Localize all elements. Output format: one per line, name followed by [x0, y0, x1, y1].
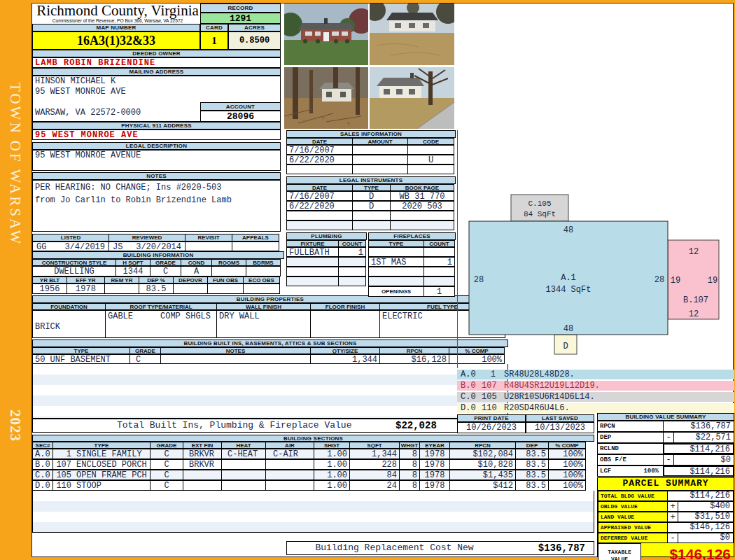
reviewed-value: JS3/20/2014	[108, 241, 186, 251]
sec-id: A.0	[32, 449, 53, 459]
taxable-label: TAXABLE VALUE	[598, 543, 641, 560]
sec-rpcn: $102,084	[449, 449, 516, 459]
legal-description-label: LEGAL DESCRIPTION	[32, 142, 281, 150]
reviewed-by: JS	[113, 242, 122, 251]
acres-label: ACRES	[228, 24, 281, 31]
sec-comp: 100%	[548, 459, 586, 470]
sec-eyear: 1978	[419, 480, 450, 491]
sections-empty-rows	[32, 491, 594, 533]
sketch-b-bottom-dim: 12	[689, 309, 699, 319]
legal-description-value: 95 WEST MONROE AVENUE	[32, 150, 281, 171]
sale-amount	[352, 164, 408, 174]
sec-eyear: 1978	[419, 470, 450, 480]
openings-row: OPENINGS 1	[368, 286, 456, 297]
sale-code: U	[407, 155, 454, 164]
vector-path: R20SD4R6U4L6.	[504, 403, 734, 413]
fixture-count: 1	[338, 247, 366, 257]
instruments-title: LEGAL INSTRUMENTS	[286, 176, 456, 184]
vs-pct: 100%	[643, 466, 659, 476]
sec-grade: C	[150, 480, 183, 491]
account-value: 28096	[200, 111, 281, 122]
instr-date: 6/22/2020	[286, 201, 353, 211]
sec-id: B.0	[32, 459, 53, 470]
sec-eyear: 1978	[419, 459, 450, 470]
appeals-label: APPEALS	[232, 234, 279, 241]
section-row: C.0 105OPEN FRAME PCH C 1.00 84 8 1978 $…	[32, 470, 594, 480]
sec-code: 107	[53, 460, 71, 469]
parcel-value: $400	[678, 502, 733, 511]
sale-date: 6/22/2020	[286, 155, 353, 164]
taxable-value: $146,126	[640, 543, 734, 560]
instr-date: 7/16/2007	[286, 191, 353, 201]
construction-style-value: DWELLING	[32, 266, 116, 276]
record-card-body: Richmond County, Virginia Commissioner o…	[31, 3, 734, 557]
col-sec: SEC#	[32, 442, 53, 449]
sale-amount	[352, 155, 408, 164]
instr-type	[352, 211, 391, 220]
parcel-row-obldg: OBLDG VALUE +$400	[598, 501, 734, 512]
photo-wooded-side-image	[284, 67, 368, 129]
sec-eyear: 1978	[419, 449, 450, 459]
sales-header: DATE AMOUNT CODE	[286, 138, 456, 145]
col-comp: % COMP	[548, 442, 586, 449]
sale-date: 7/16/2007	[286, 145, 353, 155]
yrblt-value: 1956	[32, 284, 67, 294]
vs-value: $0	[674, 455, 734, 465]
col-bi-type: TYPE	[32, 347, 130, 354]
roof-material: COMP SHGLS	[160, 312, 211, 337]
physical-address-value: 95 WEST MONROE AVE	[32, 130, 281, 140]
sketch-panel: C.105 84 SqFt 48 A.1 1344 SqFt 28 28 48 …	[457, 130, 734, 368]
bi-type-value: 50 UNF BASEMENT	[32, 354, 130, 364]
photo-front-elevation-image	[284, 4, 368, 65]
sec-shgt: 1.00	[314, 470, 350, 480]
fixture-count	[338, 276, 366, 286]
vector-row-c: C.0 105 U28R10SU6R14D6L14.	[457, 392, 734, 402]
deeded-owner-value: LAMB ROBIN BRIZENDINE	[32, 57, 281, 68]
vs-label: RCLND	[600, 444, 619, 454]
instr-date	[286, 220, 353, 230]
county-title: Richmond County, Virginia	[35, 4, 200, 18]
parcel-value: $114,216	[678, 491, 733, 500]
sketch-a-right-dim: 28	[654, 275, 664, 285]
vs-op: -	[664, 455, 674, 465]
sec-heat	[221, 459, 266, 470]
sec-extfin	[183, 470, 222, 480]
col-fixture: FIXTURE	[286, 240, 339, 247]
sec-id: D.0	[32, 480, 53, 491]
openings-count: 1	[424, 286, 455, 297]
sidebar: TOWN OF WARSAW 2023	[0, 0, 31, 560]
builtins-header: TYPE GRADE NOTES QTY/SIZE RPCN % COMP	[32, 347, 508, 354]
sales-title: SALES INFORMATION	[286, 130, 456, 138]
sec-air: C-AIR	[265, 449, 314, 459]
sec-grade: C	[150, 459, 183, 470]
vector-row-d: D.0 110 R20SD4R6U4L6.	[457, 403, 734, 413]
fireplace-row: 1ST MAS 1	[368, 257, 456, 267]
vector-code: 107	[482, 381, 496, 391]
replacement-cost-row: Building Replacement Cost New $136,787	[286, 541, 594, 555]
acres-value: 0.8500	[228, 31, 281, 50]
col-shgt: SHGT	[314, 442, 350, 449]
sec-rpcn: $1,435	[449, 470, 516, 480]
parcel-label: DEFERRED VALUE	[598, 533, 668, 543]
photo-grid	[284, 4, 454, 130]
col-instr-type: TYPE	[352, 184, 391, 191]
physical-address-label: PHYSICAL 911 ADDRESS	[32, 122, 281, 130]
mailing-address-label: MAILING ADDRESS	[32, 68, 281, 76]
sec-type: OPEN FRAME PCH	[76, 470, 147, 479]
sec-dep: 83.5	[515, 449, 549, 459]
bi-rpcn-value: $16,128	[379, 354, 449, 364]
fixture	[286, 267, 339, 276]
notes-label: NOTES	[32, 172, 281, 180]
col-bi-qty: QTY/SIZE	[310, 347, 380, 354]
vector-code: 110	[482, 403, 496, 413]
building-info-title: BUILDING INFORMATION	[32, 251, 284, 259]
sketch-c-label: C.105	[528, 200, 551, 208]
sketch-b-label: B.107	[683, 295, 708, 305]
vector-sec: B.0	[457, 381, 482, 391]
grade-value: C	[150, 266, 181, 276]
sec-code: 1	[53, 449, 71, 458]
dep-pct-value: 83.5	[139, 284, 174, 294]
sec-extfin: BRKVR	[183, 449, 222, 459]
value-summary-title: BUILDING VALUE SUMMARY	[597, 413, 734, 421]
fireplace-row	[368, 267, 456, 276]
